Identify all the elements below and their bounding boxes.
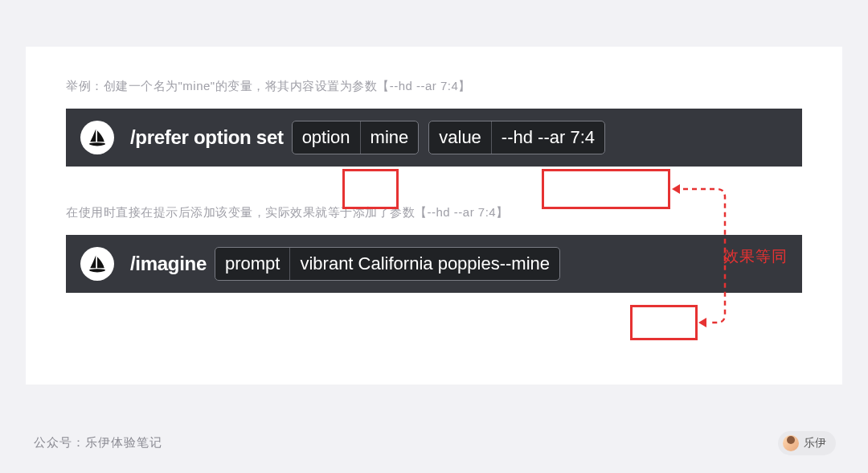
value-field[interactable]: value --hd --ar 7:4 <box>428 121 605 154</box>
midjourney-sailboat-icon <box>86 253 108 275</box>
discord-input-bar-2: /imagine prompt vibrant California poppi… <box>66 235 802 293</box>
slash-command: /prefer option set <box>130 126 284 149</box>
bot-avatar <box>80 121 114 154</box>
highlight-box-mine <box>342 169 399 209</box>
option-value: mine <box>361 121 419 154</box>
footer-credit: 公众号：乐伊体验笔记 <box>34 435 162 450</box>
bot-avatar <box>80 247 114 281</box>
discord-input-bar-1: /prefer option set option mine value --h… <box>66 109 802 167</box>
author-chip[interactable]: 乐伊 <box>778 431 836 455</box>
option-field[interactable]: option mine <box>292 121 420 154</box>
author-name: 乐伊 <box>804 436 826 450</box>
tutorial-card: 举例：创建一个名为"mine"的变量，将其内容设置为参数【--hd --ar 7… <box>26 47 842 385</box>
prompt-value: vibrant California poppies --mine <box>290 248 559 280</box>
arrow-left-icon <box>698 318 706 327</box>
highlight-box-mine-usage <box>630 305 698 340</box>
prompt-field[interactable]: prompt vibrant California poppies --mine <box>215 247 560 281</box>
caption-top: 举例：创建一个名为"mine"的变量，将其内容设置为参数【--hd --ar 7… <box>66 79 802 94</box>
highlight-box-params <box>542 169 670 209</box>
value-value: --hd --ar 7:4 <box>492 121 604 154</box>
caption-bottom: 在使用时直接在提示后添加该变量，实际效果就等于添加了参数【--hd --ar 7… <box>66 205 802 220</box>
prompt-label: prompt <box>215 248 290 280</box>
equivalence-label: 效果等同 <box>723 246 788 267</box>
value-label: value <box>429 121 492 154</box>
prompt-text-main: vibrant California poppies <box>300 253 499 274</box>
author-avatar-icon <box>783 435 799 451</box>
prompt-text-suffix: --mine <box>500 253 550 274</box>
option-label: option <box>293 121 361 154</box>
midjourney-sailboat-icon <box>86 126 108 149</box>
arrow-left-icon <box>672 184 680 194</box>
slash-command: /imagine <box>130 253 207 275</box>
